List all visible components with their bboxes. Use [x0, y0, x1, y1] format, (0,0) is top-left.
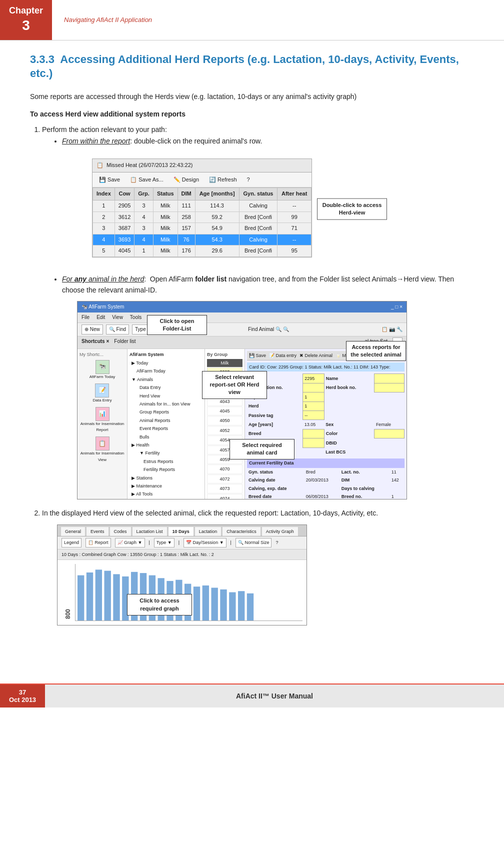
svg-rect-15	[212, 588, 218, 621]
tree-bulls[interactable]: Bulls	[132, 433, 202, 441]
screenshot-folder-wrapper: 🐄 AfiFarm System _ □ × File Edit View To…	[77, 301, 474, 500]
tree-animal-reports[interactable]: Animal Reports	[132, 416, 202, 424]
menu-tools[interactable]: Tools	[130, 314, 142, 322]
value-breed	[303, 429, 324, 438]
tree-animals-view[interactable]: Animals for In... tion View	[132, 400, 202, 408]
tree-items: ▶ Today AfiFarm Today ▼ Animals Data Ent…	[130, 359, 202, 499]
graph-y-label: 800	[62, 564, 75, 621]
tab-10days[interactable]: 10 Days	[168, 526, 194, 536]
tab-codes[interactable]: Codes	[110, 526, 132, 536]
spacer	[141, 338, 360, 348]
save-btn[interactable]: 💾 Save	[96, 174, 122, 186]
help-btn[interactable]: ?	[244, 174, 252, 186]
chapter-subtitle: Navigating AfiAct II Application	[52, 0, 164, 40]
animal-row-reg: Registration no. Herd book no.	[247, 383, 404, 392]
col-status: Status	[153, 188, 178, 200]
tree-fertility[interactable]: ▼ Fertility	[132, 449, 202, 457]
shortcut-insem-view[interactable]: 📋 Animals for Insemination View	[80, 436, 125, 464]
col-grp: Grp.	[134, 188, 153, 200]
label-passive: Passive tag	[247, 411, 303, 420]
graph-status-bar: 10 Days : Combined Graph Cow : 13550 Gro…	[58, 550, 306, 560]
graph-tabs: General Events Codes Lactation List 10 D…	[58, 525, 306, 536]
dataentry-icon: 📝	[95, 384, 109, 398]
tree-stations[interactable]: ▶ Stations	[132, 474, 202, 482]
tree-data-entry[interactable]: Data Entry	[132, 384, 202, 392]
spacer-td	[324, 392, 404, 402]
value-dbid	[374, 438, 404, 448]
col-after: After heat	[278, 188, 312, 200]
saveas-btn[interactable]: 📋 Save As...	[128, 174, 166, 186]
graph-report-btn[interactable]: 📋 Report	[86, 538, 111, 547]
folder-titlebar: 🐄 AfiFarm System _ □ ×	[78, 302, 406, 312]
bold-any: any	[74, 275, 86, 283]
label-color: Color	[324, 429, 374, 438]
shortcut-icons: 🐄 AfiFarm Today 📝 Data Entry	[80, 360, 125, 464]
tree-today[interactable]: ▶ Today	[132, 359, 202, 367]
shortcuts-tab[interactable]: Shortcuts ×	[82, 338, 109, 348]
animal-id-4050[interactable]: 4050	[207, 416, 242, 425]
tab-events[interactable]: Events	[86, 526, 109, 536]
table-row-highlighted[interactable]: 436934Milk7654.3Calving--	[93, 234, 312, 246]
tree-group-reports[interactable]: Group Reports	[132, 408, 202, 416]
find-btn[interactable]: 🔍 Find	[106, 324, 129, 334]
menu-file[interactable]: File	[82, 314, 90, 322]
hv-dataentry[interactable]: 📝 Data entry	[269, 352, 296, 359]
graph-legend-btn[interactable]: Legend	[62, 538, 82, 547]
tree-estrus[interactable]: Estrus Reports	[132, 458, 202, 466]
shortcut-insem-report[interactable]: 📊 Animals for Insemination Report	[80, 407, 125, 434]
graph-size-btn[interactable]: 🔍 Normal Size	[236, 538, 272, 547]
tree-myfolder[interactable]: ▶ My Folder	[132, 498, 202, 499]
tab-lactation-list[interactable]: Lactation List	[132, 526, 168, 536]
table-row[interactable]: 540451Milk17629.6Bred [Confi95	[93, 246, 312, 257]
animal-id-4045[interactable]: 4045	[207, 406, 242, 416]
graph-graph-btn[interactable]: 📈 Graph ▼	[115, 538, 145, 547]
shortcuts-sidebar: My Shortc... 🐄 AfiFarm Today 📝	[78, 349, 128, 499]
graph-type-btn[interactable]: Type ▼	[154, 538, 174, 547]
animal-id-4070[interactable]: 4070	[207, 464, 242, 474]
tree-fertility-reports[interactable]: Fertility Reports	[132, 466, 202, 474]
graph-day-btn[interactable]: 📅 Day/Session ▼	[184, 538, 226, 547]
svg-rect-3	[104, 571, 111, 620]
chapter-label: Chapter	[9, 5, 43, 16]
animal-id-4073[interactable]: 4073	[207, 484, 242, 493]
value-herdbook	[374, 383, 404, 392]
tree-health[interactable]: ▶ Health	[132, 441, 202, 449]
value-breedno: 1	[390, 492, 404, 499]
folder-list-tab[interactable]: Folder list	[114, 338, 136, 348]
animal-id-4072[interactable]: 4072	[207, 474, 242, 484]
menu-view[interactable]: View	[112, 314, 123, 322]
tree-afifarm-today[interactable]: AfiFarm Today	[132, 367, 202, 375]
folder-menubar: File Edit View Tools	[78, 312, 406, 323]
missed-heat-toolbar: 💾 Save 📋 Save As... ✏️ Design 🔄 Refresh …	[92, 172, 312, 188]
toolbar-icons: 📋 📷 🔧	[382, 326, 402, 334]
tree-alltools[interactable]: ▶ All Tools	[132, 490, 202, 498]
label-daystocalving: Days to calving	[340, 484, 390, 492]
tree-herd-view[interactable]: Herd View	[132, 392, 202, 400]
animal-id-4052[interactable]: 4052	[207, 426, 242, 435]
tab-lactation[interactable]: Lactation	[194, 526, 222, 536]
tree-event-reports[interactable]: Event Reports	[132, 424, 202, 432]
value-reg	[303, 383, 324, 392]
tab-characteristics[interactable]: Characteristics	[222, 526, 261, 536]
label-breed-date: Breed date	[247, 492, 304, 499]
animal-id-4074[interactable]: 4074	[207, 494, 242, 499]
bold-folder-list: folder list	[195, 275, 226, 283]
refresh-btn[interactable]: 🔄 Refresh	[206, 174, 240, 186]
new-btn[interactable]: ⊕ New	[82, 324, 103, 334]
table-row[interactable]: 236124Milk25859.2Bred [Confi99	[93, 212, 312, 223]
hv-save[interactable]: 💾 Save	[249, 352, 266, 359]
table-row[interactable]: 336873Milk15754.9Bred [Confi71	[93, 223, 312, 234]
tab-activity-graph[interactable]: Activity Graph	[262, 526, 298, 536]
tab-general[interactable]: General	[60, 526, 86, 536]
table-row[interactable]: 129053Milk111114.3Calving--	[93, 200, 312, 212]
shortcut-dataentry[interactable]: 📝 Data Entry	[93, 384, 112, 404]
hv-delete[interactable]: ✖ Delete Animal	[300, 352, 332, 359]
shortcut-afifarm[interactable]: 🐄 AfiFarm Today	[90, 360, 115, 380]
graph-help-btn[interactable]: ?	[276, 539, 278, 546]
bullet-list: From within the report: double-click on …	[62, 136, 474, 500]
svg-rect-2	[96, 570, 102, 621]
menu-edit[interactable]: Edit	[96, 314, 105, 322]
design-btn[interactable]: ✏️ Design	[171, 174, 202, 186]
tree-maintenance[interactable]: ▶ Maintenance	[132, 482, 202, 490]
tree-animals[interactable]: ▼ Animals	[132, 376, 202, 384]
